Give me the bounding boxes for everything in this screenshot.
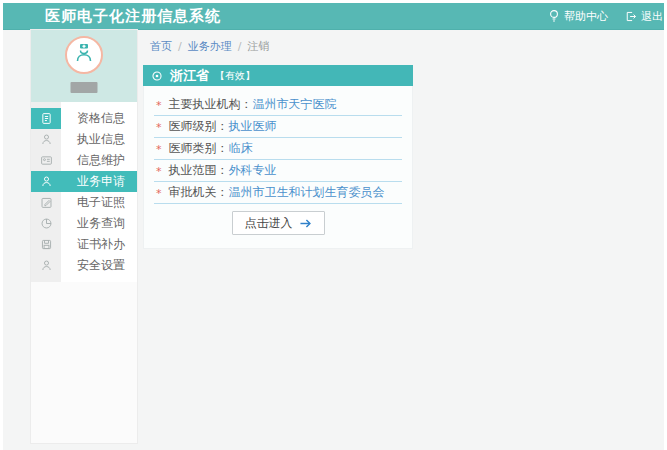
sidebar-item-qualification-info[interactable]: 资格信息	[31, 108, 137, 129]
edit-square-icon	[31, 192, 61, 213]
sidebar-item-label: 业务申请	[61, 171, 125, 192]
field-value-link[interactable]: 临床	[229, 140, 253, 157]
app-title: 医师电子化注册信息系统	[45, 7, 221, 26]
enter-button-label: 点击进入	[245, 215, 293, 232]
required-marker: *	[156, 121, 162, 134]
sidebar-item-electronic-license[interactable]: 电子证照	[31, 192, 137, 213]
logout-link[interactable]: 退出	[624, 9, 663, 24]
top-header-bar: 医师电子化注册信息系统 帮助中心	[3, 3, 664, 30]
sidebar: 资格信息 执业信息	[31, 30, 137, 443]
user-panel	[31, 30, 137, 102]
registration-card-header: 浙江省 【有效】	[143, 65, 413, 86]
sidebar-item-security-settings[interactable]: 安全设置	[31, 255, 137, 276]
status-badge: 【有效】	[215, 69, 255, 83]
logout-label: 退出	[641, 9, 663, 24]
required-marker: *	[156, 165, 162, 178]
location-pin-icon	[151, 70, 163, 82]
person-icon	[31, 129, 61, 150]
sidebar-item-label: 执业信息	[61, 129, 125, 150]
field-value-link[interactable]: 温州市卫生和计划生育委员会	[229, 184, 385, 201]
field-physician-level: * 医师级别： 执业医师	[154, 116, 402, 138]
lightbulb-icon	[548, 9, 560, 23]
person-icon	[31, 255, 61, 276]
sidebar-item-label: 资格信息	[61, 108, 125, 129]
sidebar-item-label: 业务查询	[61, 213, 125, 234]
help-center-link[interactable]: 帮助中心	[548, 9, 608, 24]
required-marker: *	[156, 99, 162, 112]
avatar[interactable]	[65, 36, 103, 74]
sidebar-item-business-application[interactable]: 业务申请	[31, 171, 137, 192]
field-label: 主要执业机构：	[169, 96, 253, 113]
field-practice-scope: * 执业范围： 外科专业	[154, 160, 402, 182]
sidebar-menu: 资格信息 执业信息	[31, 102, 137, 282]
topbar-actions: 帮助中心 退出	[548, 9, 664, 24]
id-card-icon	[31, 150, 61, 171]
logout-icon	[624, 10, 637, 23]
user-name-redacted	[71, 82, 98, 93]
button-row: 点击进入	[154, 211, 402, 235]
app-window: 医师电子化注册信息系统 帮助中心	[3, 3, 664, 450]
breadcrumb-home[interactable]: 首页	[150, 39, 172, 54]
person-icon	[31, 171, 61, 192]
help-center-label: 帮助中心	[564, 9, 608, 24]
breadcrumb-separator: /	[178, 40, 182, 53]
field-approval-authority: * 审批机关： 温州市卫生和计划生育委员会	[154, 182, 402, 204]
required-marker: *	[156, 187, 162, 200]
sidebar-item-label: 电子证照	[61, 192, 125, 213]
field-physician-category: * 医师类别： 临床	[154, 138, 402, 160]
field-label: 医师级别：	[169, 118, 229, 135]
field-value-link[interactable]: 温州市天宁医院	[253, 96, 337, 113]
sidebar-item-label: 证书补办	[61, 234, 125, 255]
sidebar-item-certificate-reissue[interactable]: 证书补办	[31, 234, 137, 255]
field-value-link[interactable]: 执业医师	[229, 118, 277, 135]
breadcrumb: 首页 / 业务办理 / 注销	[150, 38, 269, 54]
registration-card-body: * 主要执业机构： 温州市天宁医院 * 医师级别： 执业医师 * 医师类别： 临…	[143, 86, 413, 249]
document-icon	[31, 108, 61, 129]
floppy-icon	[31, 234, 61, 255]
field-main-institution: * 主要执业机构： 温州市天宁医院	[154, 94, 402, 116]
sidebar-item-practice-info[interactable]: 执业信息	[31, 129, 137, 150]
sidebar-item-business-query[interactable]: 业务查询	[31, 213, 137, 234]
registration-card: 浙江省 【有效】 * 主要执业机构： 温州市天宁医院 * 医师级别： 执业医师 …	[143, 65, 413, 249]
field-label: 医师类别：	[169, 140, 229, 157]
doctor-avatar-icon	[72, 41, 96, 69]
region-name: 浙江省	[170, 67, 209, 85]
sidebar-item-info-maintenance[interactable]: 信息维护	[31, 150, 137, 171]
required-marker: *	[156, 143, 162, 156]
arrow-right-icon	[299, 218, 312, 229]
content-region: 资格信息 执业信息	[3, 30, 664, 450]
field-label: 审批机关：	[169, 184, 229, 201]
breadcrumb-current: 注销	[247, 39, 269, 54]
field-label: 执业范围：	[169, 162, 229, 179]
enter-button[interactable]: 点击进入	[232, 211, 325, 235]
field-value-link[interactable]: 外科专业	[229, 162, 277, 179]
sidebar-item-label: 信息维护	[61, 150, 125, 171]
breadcrumb-business-handling[interactable]: 业务办理	[188, 39, 232, 54]
sidebar-empty-area	[31, 282, 137, 443]
breadcrumb-separator: /	[238, 40, 242, 53]
sidebar-item-label: 安全设置	[61, 255, 125, 276]
pie-chart-icon	[31, 213, 61, 234]
